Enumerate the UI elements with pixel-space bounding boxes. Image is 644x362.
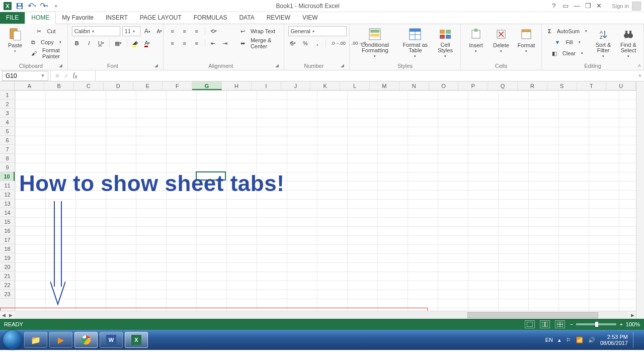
col-header-A[interactable]: A [15,81,44,90]
ribbon-options-icon[interactable]: ▭ [562,2,569,10]
row-header-21[interactable]: 21 [0,272,15,281]
col-header-H[interactable]: H [222,81,252,90]
close-icon[interactable]: ✕ [596,2,602,10]
number-format-combo[interactable]: General▾ [288,26,347,36]
cut-button[interactable]: ✂ Cut [29,26,63,36]
taskbar-chrome[interactable] [74,332,98,348]
tab-review[interactable]: REVIEW [261,12,296,24]
tab-home[interactable]: HOME [25,12,56,24]
formula-input[interactable] [96,71,636,81]
tab-file[interactable]: FILE [0,12,25,24]
font-name-combo[interactable]: Calibri▾ [72,26,120,36]
autosum-button[interactable]: Σ AutoSum ▾ [546,26,589,36]
row-header-17[interactable]: 17 [0,235,15,244]
align-center-button[interactable]: ≡ [180,38,190,48]
show-desktop-button[interactable] [633,332,637,348]
row-header-7[interactable]: 7 [0,145,15,154]
redo-icon[interactable]: ↷▾ [39,2,48,11]
accounting-button[interactable]: $▾ [288,38,298,48]
clipboard-launcher-icon[interactable]: ◢ [58,63,63,69]
row-header-19[interactable]: 19 [0,253,15,262]
fill-button[interactable]: ▼ Fill ▾ [546,37,589,47]
insert-cells-button[interactable]: Insert▾ [465,26,487,54]
column-headers[interactable]: ABCDEFGHIJKLMNOPQRSTU [0,81,636,90]
taskbar-word[interactable]: W [100,332,123,348]
italic-button[interactable]: I [84,38,94,48]
tab-data[interactable]: DATA [233,12,260,24]
name-box[interactable]: G10 ▼ [2,71,48,81]
row-header-1[interactable]: 1 [0,90,15,100]
percent-button[interactable]: % [300,38,310,48]
row-header-3[interactable]: 3 [0,109,15,118]
col-header-S[interactable]: S [547,81,577,90]
row-header-18[interactable]: 18 [0,244,15,253]
tab-favorite[interactable]: My Favorite [56,12,100,24]
align-top-button[interactable]: ≡ [168,26,178,36]
save-icon[interactable] [15,2,24,11]
decrease-indent-button[interactable]: ⇤ [208,38,218,48]
col-header-R[interactable]: R [518,81,547,90]
row-header-20[interactable]: 20 [0,262,15,272]
system-tray[interactable]: EN ▴ ⚐ 📶 🔊 2:53 PM 08/06/2017 [541,332,641,348]
find-select-button[interactable]: Find & Select▾ [617,26,639,59]
row-headers[interactable]: 1234567891011121314151617181920212223 [0,90,15,311]
zoom-out-button[interactable]: − [570,321,573,327]
vertical-scrollbar[interactable] [636,81,644,319]
expand-formula-bar-icon[interactable]: ▾ [636,73,644,78]
row-header-15[interactable]: 15 [0,217,15,226]
row-header-11[interactable]: 11 [0,181,15,190]
sort-filter-button[interactable]: AZ Sort & Filter▾ [592,26,614,59]
sheet-nav-first-icon[interactable]: ◀ [0,313,7,318]
align-bottom-button[interactable]: ≡ [192,26,202,36]
row-header-6[interactable]: 6 [0,136,15,145]
tray-chevron-up-icon[interactable]: ▴ [558,337,561,343]
clock[interactable]: 2:53 PM 08/06/2017 [600,334,628,346]
col-header-D[interactable]: D [104,81,133,90]
zoom-level[interactable]: 100% [626,321,640,327]
tab-view[interactable]: VIEW [296,12,324,24]
row-header-10[interactable]: 10 [0,172,15,181]
sign-in-link[interactable]: Sign in [612,3,629,9]
language-indicator[interactable]: EN [545,337,553,343]
col-header-P[interactable]: P [458,81,488,90]
fx-icon[interactable]: fx [73,71,77,79]
font-launcher-icon[interactable]: ◢ [153,63,159,69]
conditional-formatting-button[interactable]: Conditional Formatting▾ [354,26,396,59]
normal-view-button[interactable] [525,320,535,328]
row-header-23[interactable]: 23 [0,290,15,299]
row-header-13[interactable]: 13 [0,199,15,208]
col-header-N[interactable]: N [399,81,429,90]
undo-icon[interactable]: ↶▾ [27,2,36,11]
start-button[interactable] [3,330,22,349]
orientation-button[interactable]: ⟲▾ [208,26,219,36]
delete-cells-button[interactable]: Delete▾ [490,26,512,54]
format-cells-button[interactable]: Format▾ [515,26,537,54]
row-header-2[interactable]: 2 [0,100,15,109]
horizontal-scrollbar[interactable] [15,312,628,319]
scroll-right-icon[interactable]: ▶ [629,313,636,318]
paste-button[interactable]: Paste ▾ [4,26,26,54]
fill-color-button[interactable]: ◢▾ [130,38,140,48]
font-color-button[interactable]: A▾ [142,38,152,48]
action-center-icon[interactable]: ⚐ [566,337,571,343]
row-header-4[interactable]: 4 [0,118,15,127]
col-header-B[interactable]: B [44,81,74,90]
minimize-icon[interactable]: — [574,2,580,10]
number-launcher-icon[interactable]: ◢ [340,63,345,69]
align-left-button[interactable]: ≡ [168,38,178,48]
cell-styles-button[interactable]: Cell Styles▾ [434,26,456,59]
col-header-E[interactable]: E [133,81,163,90]
col-header-L[interactable]: L [340,81,370,90]
col-header-K[interactable]: K [310,81,340,90]
page-layout-view-button[interactable] [540,320,550,328]
zoom-slider[interactable] [576,323,616,325]
restore-icon[interactable]: ❐ [585,2,591,10]
tab-formulas[interactable]: FORMULAS [188,12,233,24]
comma-button[interactable]: , [312,38,323,48]
qat-customize-icon[interactable]: ▾ [51,2,60,11]
align-right-button[interactable]: ≡ [192,38,202,48]
account-avatar-icon[interactable] [632,2,641,11]
network-icon[interactable]: 📶 [576,337,583,343]
row-header-14[interactable]: 14 [0,208,15,217]
col-header-F[interactable]: F [163,81,192,90]
